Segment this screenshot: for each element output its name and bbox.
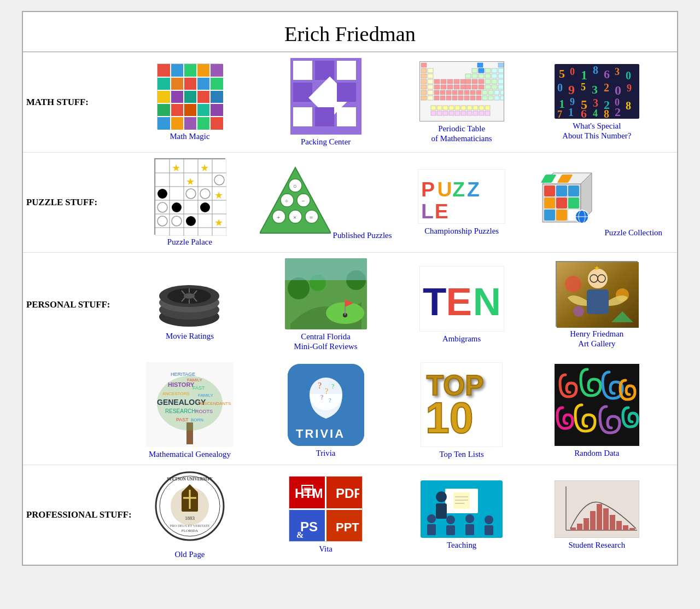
svg-rect-214 [544, 185, 555, 196]
periodic-table-link[interactable]: Periodic Tableof Mathematicians [431, 124, 492, 143]
svg-point-184 [200, 202, 210, 212]
svg-rect-81 [465, 85, 471, 89]
svg-rect-102 [428, 96, 433, 100]
puzzle-palace-image: ★ ★ ★ ★ ★ ★ [154, 158, 225, 235]
student-research-link[interactable]: Student Research [568, 541, 625, 549]
mini-golf-link[interactable]: Central FloridaMini-Golf Reviews [294, 332, 357, 351]
svg-rect-130 [461, 111, 466, 115]
svg-rect-339 [597, 504, 602, 530]
svg-rect-89 [434, 90, 439, 95]
svg-rect-100 [500, 90, 504, 95]
svg-text:8: 8 [626, 100, 631, 112]
svg-text:×: × [293, 214, 296, 221]
svg-rect-308 [304, 488, 311, 493]
mini-golf-cell: Central FloridaMini-Golf Reviews [244, 253, 406, 357]
championship-puzzles-image: P U Z Z L E [418, 169, 505, 224]
henry-friedman-link[interactable]: Henry FriedmanArt Gallery [570, 329, 623, 348]
svg-rect-220 [544, 210, 555, 221]
svg-rect-42 [337, 107, 356, 126]
ambigrams-link[interactable]: Ambigrams [442, 334, 481, 343]
svg-text:3: 3 [592, 83, 598, 96]
svg-text:&: & [296, 530, 304, 540]
professional-section-row: PROFESSIONAL STUFF: STETSON UNIVERSITY F… [23, 465, 677, 565]
svg-rect-2 [184, 64, 197, 77]
svg-rect-127 [443, 111, 448, 115]
svg-rect-50 [485, 68, 491, 73]
svg-text:+: + [277, 214, 280, 221]
svg-rect-97 [482, 90, 487, 95]
svg-text:FAMILY: FAMILY [198, 393, 214, 398]
svg-rect-51 [492, 68, 497, 73]
svg-rect-134 [485, 111, 490, 115]
trivia-cell: ? ? ? ? ? TRIVIA Trivia [244, 357, 406, 465]
genealogy-link[interactable]: Mathematical Genealogy [149, 450, 231, 459]
svg-rect-53 [421, 74, 427, 78]
svg-rect-74 [421, 85, 427, 89]
trivia-link[interactable]: Trivia [316, 449, 336, 457]
svg-rect-96 [476, 90, 481, 95]
svg-rect-39 [337, 83, 356, 102]
svg-rect-216 [568, 185, 579, 196]
svg-rect-83 [479, 85, 484, 89]
svg-text:Z: Z [467, 178, 480, 201]
vita-image: HTML PDF PS [289, 476, 363, 542]
svg-rect-20 [158, 117, 171, 130]
movie-ratings-link[interactable]: Movie Ratings [166, 332, 214, 340]
svg-rect-78 [447, 85, 453, 89]
svg-rect-3 [197, 64, 210, 77]
championship-puzzles-link[interactable]: Championship Puzzles [424, 227, 499, 235]
svg-text:★: ★ [594, 264, 600, 272]
personal-section-row: PERSONAL STUFF: [23, 253, 677, 357]
random-data-link[interactable]: Random Data [574, 449, 619, 457]
svg-text:★: ★ [186, 176, 195, 187]
svg-rect-21 [171, 117, 184, 130]
svg-rect-101 [421, 96, 427, 100]
svg-rect-327 [485, 525, 493, 535]
svg-rect-132 [473, 111, 478, 115]
svg-text:9: 9 [627, 83, 632, 94]
svg-point-189 [186, 189, 196, 199]
whats-special-link[interactable]: What's SpecialAbout This Number? [562, 121, 631, 140]
puzzle-collection-link[interactable]: Puzzle Collection [605, 228, 662, 237]
svg-text:N: N [472, 280, 500, 323]
math-magic-link[interactable]: Math Magic [170, 132, 209, 141]
svg-point-186 [158, 202, 167, 212]
svg-point-324 [465, 514, 474, 523]
svg-rect-55 [465, 74, 471, 78]
svg-rect-88 [428, 90, 433, 95]
svg-rect-122 [473, 106, 478, 110]
packing-center-link[interactable]: Packing Center [301, 137, 351, 146]
vita-link[interactable]: Vita [319, 544, 332, 553]
svg-rect-47 [428, 68, 433, 73]
personal2-section-row: HERITAGE FAMILY HISTORY FAST ANCESTORS F… [23, 357, 677, 465]
svg-rect-325 [465, 524, 474, 535]
old-page-link[interactable]: Old Page [174, 550, 205, 559]
published-puzzles-link[interactable]: Published Puzzles [333, 231, 392, 240]
svg-rect-95 [470, 90, 475, 95]
random-data-cell: Random Data [517, 357, 677, 465]
svg-text:8: 8 [604, 108, 609, 119]
puzzle-palace-link[interactable]: Puzzle Palace [167, 237, 212, 246]
top-ten-link[interactable]: Top Ten Lists [440, 450, 484, 459]
svg-text:HISTORY: HISTORY [168, 381, 195, 388]
mini-golf-image [285, 258, 367, 329]
svg-rect-41 [315, 107, 334, 126]
svg-rect-92 [452, 90, 457, 95]
svg-text:9: 9 [570, 96, 575, 107]
student-research-image [555, 480, 639, 538]
personal-section-label: PERSONAL STUFF: [23, 253, 135, 357]
svg-text:8: 8 [593, 64, 598, 76]
svg-rect-18 [197, 103, 210, 117]
svg-rect-319 [436, 503, 447, 519]
svg-rect-48 [472, 68, 477, 73]
svg-rect-335 [570, 527, 576, 530]
svg-rect-219 [568, 198, 579, 208]
svg-rect-45 [498, 63, 504, 67]
teaching-link[interactable]: Teaching [447, 541, 476, 549]
svg-text:7: 7 [557, 109, 562, 119]
top-ten-image: TOP 10 [421, 362, 503, 447]
svg-text:ROOTS: ROOTS [195, 409, 213, 414]
svg-rect-337 [584, 518, 589, 530]
packing-center-image [290, 58, 361, 135]
svg-rect-125 [431, 111, 436, 115]
